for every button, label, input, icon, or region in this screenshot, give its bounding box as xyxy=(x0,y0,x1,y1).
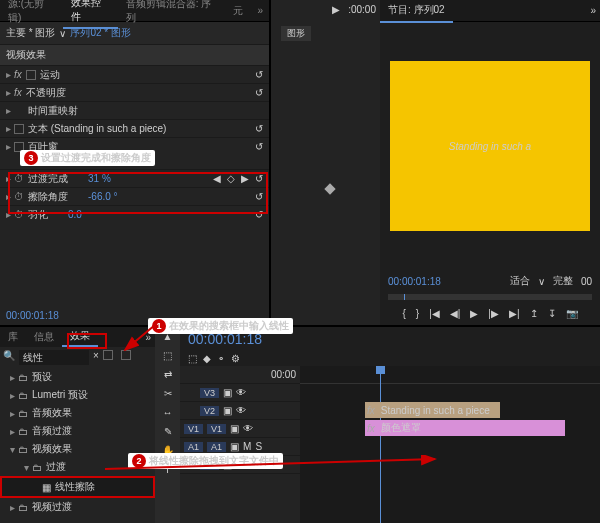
next-kf-icon[interactable]: ▶ xyxy=(241,173,249,184)
track-select-tool-icon[interactable]: ⬚ xyxy=(163,350,172,361)
prop-text[interactable]: 文本 (Standing in such a piece) xyxy=(28,122,166,136)
fx-header-main: 主要 * 图形 xyxy=(6,26,55,40)
tab-audio-mixer[interactable]: 音频剪辑混合器: 序列 xyxy=(118,0,226,28)
mini-clip-graphic[interactable]: 图形 xyxy=(281,26,311,41)
reset-icon[interactable]: ↺ xyxy=(255,141,263,152)
tree-audiotrans[interactable]: 音频过渡 xyxy=(32,424,72,438)
add-kf-icon[interactable]: ◇ xyxy=(227,173,235,184)
search-input[interactable] xyxy=(19,350,89,365)
folder-icon: 🗀 xyxy=(18,502,28,513)
toggle-icon[interactable]: ▸ xyxy=(6,141,14,152)
step-fwd-icon[interactable]: |▶ xyxy=(488,308,499,319)
section-video-effects[interactable]: 视频效果 xyxy=(6,48,46,62)
folder-icon: 🗀 xyxy=(18,372,28,383)
marker-icon[interactable]: ◆ xyxy=(203,353,211,364)
snap-icon[interactable]: ⬚ xyxy=(188,353,197,364)
ripple-tool-icon[interactable]: ⇄ xyxy=(164,369,172,380)
toggle-icon[interactable]: ▸ xyxy=(6,69,14,80)
folder-icon: 🗀 xyxy=(18,426,28,437)
tab-fx-controls[interactable]: 效果控件 xyxy=(63,0,117,29)
toggle-icon[interactable]: ▸ xyxy=(6,123,14,134)
track-v3[interactable]: V3 xyxy=(200,388,219,398)
track-v2[interactable]: V2 xyxy=(200,406,219,416)
toggle-icon[interactable]: ▸ xyxy=(6,105,14,116)
track-a1[interactable]: A1 xyxy=(207,442,226,452)
folder-icon: 🗀 xyxy=(18,390,28,401)
tree-transition[interactable]: 过渡 xyxy=(46,460,66,474)
val-wipe-angle[interactable]: -66.0 ° xyxy=(88,191,118,202)
search-icon: 🔍 xyxy=(3,350,15,365)
razor-tool-icon[interactable]: ✂ xyxy=(164,388,172,399)
reset-icon[interactable]: ↺ xyxy=(255,87,263,98)
program-canvas: Standing in such a xyxy=(390,61,590,231)
reset-icon[interactable]: ↺ xyxy=(255,191,263,202)
toggle-icon[interactable]: ▸ xyxy=(6,87,14,98)
fx-header-seq[interactable]: 序列02 * 图形 xyxy=(70,26,131,40)
tree-lumetri[interactable]: Lumetri 预设 xyxy=(32,388,88,402)
annotation-3: 3设置过渡完成和擦除角度 xyxy=(20,150,155,166)
toggle-icon[interactable]: ▸ xyxy=(6,191,14,202)
tab-meta[interactable]: 元 xyxy=(225,1,251,21)
prop-wipe-angle[interactable]: 擦除角度 xyxy=(28,190,68,204)
mark-in-icon[interactable]: { xyxy=(402,308,405,319)
playhead[interactable] xyxy=(380,366,381,523)
prop-motion[interactable]: 运动 xyxy=(40,68,60,82)
prop-opacity[interactable]: 不透明度 xyxy=(26,86,66,100)
play-icon[interactable]: ▶ xyxy=(470,308,478,319)
track-v1[interactable]: V1 xyxy=(207,424,226,434)
toggle-icon[interactable]: ▸ xyxy=(6,209,14,220)
tree-videotrans[interactable]: 视频过渡 xyxy=(32,500,72,514)
tab-source[interactable]: 源:(无剪辑) xyxy=(0,0,63,28)
stopwatch-icon[interactable]: ⏱ xyxy=(14,209,24,220)
step-back-icon[interactable]: ◀| xyxy=(450,308,461,319)
reset-icon[interactable]: ↺ xyxy=(255,123,263,134)
annotation-1: 1在效果的搜索框中输入线性 xyxy=(148,318,293,334)
prop-transition-complete[interactable]: 过渡完成 xyxy=(28,172,68,186)
reset-icon[interactable]: ↺ xyxy=(255,69,263,80)
clear-search-icon[interactable]: × xyxy=(93,350,99,365)
tab-info[interactable]: 信息 xyxy=(26,328,62,346)
annotation-2: 2将线性擦除拖拽到文字文件中 xyxy=(128,453,283,469)
tree-videofx[interactable]: 视频效果 xyxy=(32,442,72,456)
export-icon[interactable]: 📷 xyxy=(566,308,578,319)
val-feather[interactable]: 0.0 xyxy=(68,209,82,220)
folder-icon: 🗀 xyxy=(18,408,28,419)
go-in-icon[interactable]: |◀ xyxy=(429,308,440,319)
extract-icon[interactable]: ↧ xyxy=(548,308,556,319)
prop-timeremap[interactable]: 时间重映射 xyxy=(28,104,78,118)
prev-kf-icon[interactable]: ◀ xyxy=(213,173,221,184)
reset-icon[interactable]: ↺ xyxy=(255,173,263,184)
zoom-fit[interactable]: 适合 xyxy=(510,274,530,288)
folder-icon: 🗀 xyxy=(18,444,28,455)
folder-icon: 🗀 xyxy=(32,462,42,473)
zoom-full[interactable]: 完整 xyxy=(553,274,573,288)
link-icon[interactable]: ⚬ xyxy=(217,353,225,364)
lift-icon[interactable]: ↥ xyxy=(530,308,538,319)
mark-out-icon[interactable]: } xyxy=(416,308,419,319)
settings-icon[interactable]: ⚙ xyxy=(231,353,240,364)
tab-effects[interactable]: 效果 xyxy=(62,327,98,347)
program-timecode[interactable]: 00:00:01:18 xyxy=(388,276,441,287)
tree-audiofx[interactable]: 音频效果 xyxy=(32,406,72,420)
tab-program[interactable]: 节目: 序列02 xyxy=(380,0,453,23)
pen-tool-icon[interactable]: ✎ xyxy=(164,426,172,437)
toggle-icon[interactable]: ▸ xyxy=(6,173,14,184)
go-out-icon[interactable]: ▶| xyxy=(509,308,520,319)
keyframe-diamond[interactable] xyxy=(324,183,335,194)
panel-menu-icon[interactable]: » xyxy=(251,2,269,19)
clip-matte[interactable]: fx颜色遮罩 xyxy=(365,420,565,436)
stopwatch-icon[interactable]: ⏱ xyxy=(14,191,24,202)
stopwatch-icon[interactable]: ⏱ xyxy=(14,173,24,184)
clip-text[interactable]: fxStanding in such a piece xyxy=(365,402,500,418)
tree-presets[interactable]: 预设 xyxy=(32,370,52,384)
prop-feather[interactable]: 羽化 xyxy=(28,208,48,222)
slip-tool-icon[interactable]: ↔ xyxy=(163,407,173,418)
tab-library[interactable]: 库 xyxy=(0,328,26,346)
val-transition-complete[interactable]: 31 % xyxy=(88,173,111,184)
tree-linear-wipe[interactable]: 线性擦除 xyxy=(55,480,95,494)
reset-icon[interactable]: ↺ xyxy=(255,209,263,220)
